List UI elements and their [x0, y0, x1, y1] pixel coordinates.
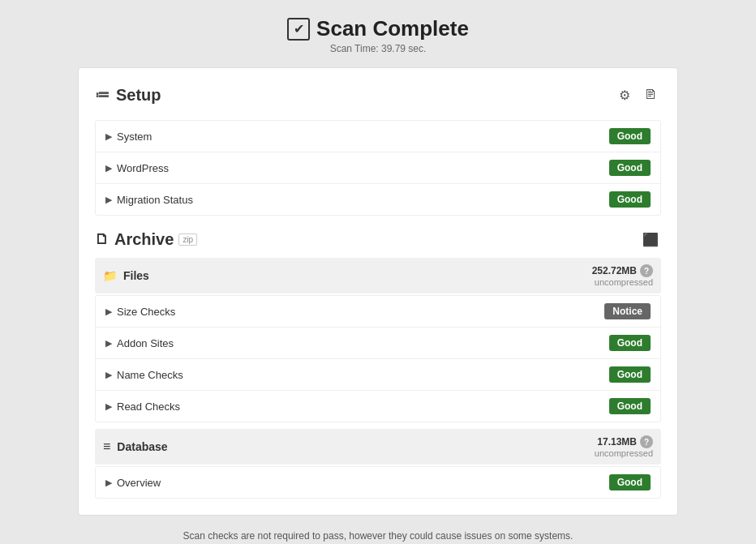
setup-export-icon[interactable]: 🖹: [640, 84, 661, 105]
arrow-icon: ▶: [105, 338, 112, 349]
name-checks-label: ▶ Name Checks: [105, 369, 183, 381]
arrow-icon: ▶: [105, 370, 112, 380]
wordpress-badge: Good: [609, 160, 651, 176]
archive-section-header: 🗋 Archive zip ⬛: [95, 229, 661, 250]
database-label: ≡ Database: [103, 439, 168, 454]
archive-row-read-checks[interactable]: ▶ Read Checks Good: [96, 391, 660, 422]
system-badge: Good: [609, 128, 651, 144]
overview-label: ▶ Overview: [105, 477, 161, 489]
main-card: ≔ Setup ⚙ 🖹 ▶ System Good ▶ WordPress Go…: [78, 67, 678, 516]
scan-complete-icon: ✔: [287, 18, 310, 41]
archive-row-addon-sites[interactable]: ▶ Addon Sites Good: [96, 328, 660, 359]
addon-sites-badge: Good: [609, 335, 651, 351]
database-rows: ▶ Overview Good: [95, 466, 661, 499]
database-subheader: ≡ Database 17.13MB ? uncompressed: [95, 429, 661, 465]
setup-row-system[interactable]: ▶ System Good: [96, 121, 660, 152]
archive-row-overview[interactable]: ▶ Overview Good: [96, 467, 660, 498]
migration-status-badge: Good: [609, 191, 651, 208]
scan-time: Scan Time: 39.79 sec.: [330, 43, 427, 54]
files-meta: 252.72MB ? uncompressed: [592, 264, 653, 287]
setup-title: ≔ Setup: [95, 86, 161, 105]
arrow-icon: ▶: [105, 131, 112, 142]
setup-rows: ▶ System Good ▶ WordPress Good ▶ Migrati…: [95, 120, 661, 216]
folder-icon: 📁: [103, 269, 117, 282]
name-checks-badge: Good: [609, 366, 651, 383]
archive-icon: 🗋: [95, 231, 110, 248]
archive-title: 🗋 Archive zip: [95, 230, 197, 249]
arrow-icon: ▶: [105, 306, 112, 317]
setup-actions: ⚙ 🖹: [614, 84, 661, 105]
database-meta: 17.13MB ? uncompressed: [595, 435, 653, 458]
wordpress-label: ▶ WordPress: [105, 162, 169, 174]
archive-actions: ⬛: [640, 229, 661, 250]
size-checks-label: ▶ Size Checks: [105, 306, 175, 318]
arrow-icon: ▶: [105, 163, 112, 173]
addon-sites-label: ▶ Addon Sites: [105, 337, 174, 349]
files-label: 📁 Files: [103, 269, 149, 282]
footer-area: Scan checks are not required to pass, ho…: [183, 529, 573, 544]
zip-badge: zip: [178, 233, 197, 246]
page-title: Scan Complete: [316, 16, 469, 41]
setup-gear-icon[interactable]: ⚙: [614, 84, 635, 105]
system-label: ▶ System: [105, 131, 152, 143]
page-header: ✔ Scan Complete Scan Time: 39.79 sec.: [287, 16, 469, 54]
arrow-icon: ▶: [105, 401, 112, 412]
footer-notice: Scan checks are not required to pass, ho…: [183, 529, 573, 544]
arrow-icon: ▶: [105, 478, 112, 488]
database-help-icon[interactable]: ?: [640, 435, 653, 448]
arrow-icon: ▶: [105, 195, 112, 205]
archive-row-name-checks[interactable]: ▶ Name Checks Good: [96, 359, 660, 391]
archive-export-icon[interactable]: ⬛: [640, 229, 661, 250]
overview-badge: Good: [609, 474, 651, 490]
size-checks-badge: Notice: [604, 303, 651, 319]
title-row: ✔ Scan Complete: [287, 16, 469, 41]
files-rows: ▶ Size Checks Notice ▶ Addon Sites Good …: [95, 295, 661, 422]
setup-section-header: ≔ Setup ⚙ 🖹: [95, 84, 661, 112]
migration-status-label: ▶ Migration Status: [105, 194, 193, 206]
setup-row-migration-status[interactable]: ▶ Migration Status Good: [96, 184, 660, 215]
archive-row-size-checks[interactable]: ▶ Size Checks Notice: [96, 296, 660, 328]
read-checks-badge: Good: [609, 398, 651, 414]
setup-list-icon: ≔: [95, 86, 110, 104]
read-checks-label: ▶ Read Checks: [105, 401, 180, 413]
files-subheader: 📁 Files 252.72MB ? uncompressed: [95, 258, 661, 293]
setup-row-wordpress[interactable]: ▶ WordPress Good: [96, 152, 660, 184]
files-help-icon[interactable]: ?: [640, 264, 653, 277]
database-icon: ≡: [103, 439, 110, 454]
